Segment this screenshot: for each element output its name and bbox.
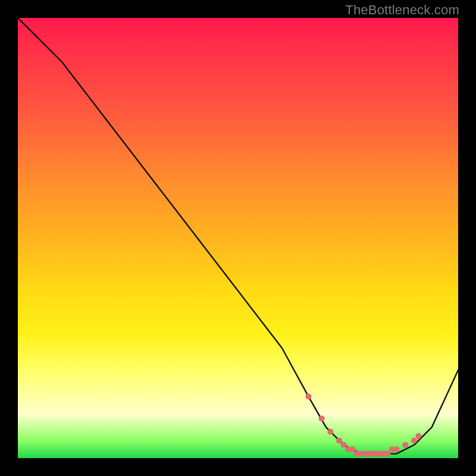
chart-canvas: TheBottleneck.com — [0, 0, 476, 476]
watermark: TheBottleneck.com — [345, 2, 459, 18]
plot-background — [18, 18, 458, 458]
